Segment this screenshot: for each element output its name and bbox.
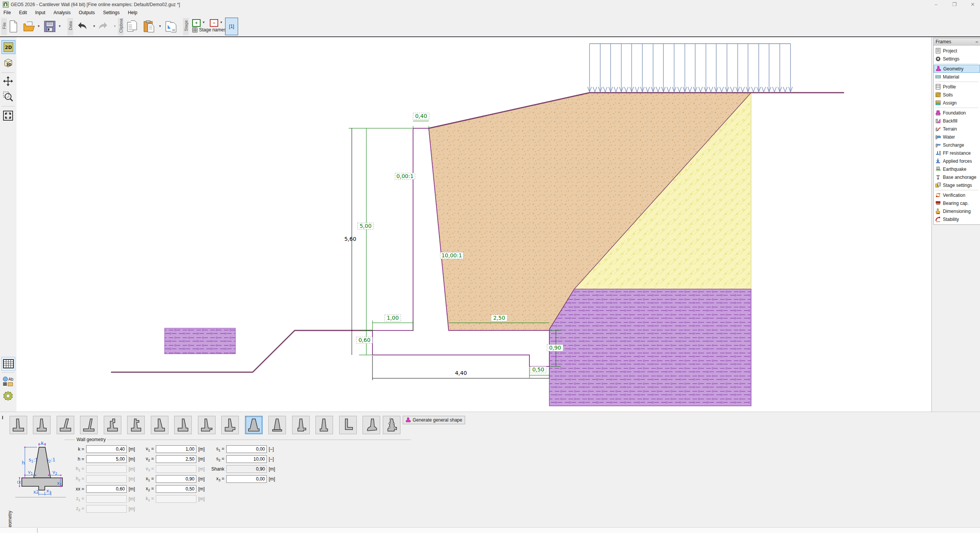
drawing-settings-button[interactable]: Ab [2, 375, 15, 388]
wall-shape-7[interactable] [151, 416, 168, 434]
frames-item-backfill[interactable]: Backfill [934, 117, 980, 125]
menu-analysis[interactable]: Analysis [50, 9, 74, 16]
wall-shape-13[interactable] [292, 416, 310, 434]
svg-text:5,00: 5,00 [359, 223, 371, 229]
menu-help[interactable]: Help [124, 9, 141, 16]
menu-input[interactable]: Input [32, 9, 49, 16]
frames-item-profile[interactable]: Profile [934, 83, 980, 91]
pan-button[interactable] [2, 75, 15, 88]
restore-button[interactable]: ❐ [948, 2, 961, 8]
redo-dropdown-caret[interactable]: ▼ [113, 25, 116, 28]
frames-item-project[interactable]: Project [934, 47, 980, 55]
wall-shape-8[interactable] [174, 416, 192, 434]
wall-shape-5[interactable] [104, 416, 121, 434]
frames-item-material[interactable]: Material [934, 73, 980, 81]
save-dropdown-caret[interactable]: ▼ [58, 25, 61, 28]
wall-shape-12[interactable] [268, 416, 286, 434]
add-stage-caret[interactable]: ▼ [202, 21, 205, 24]
wall-shape-14[interactable] [315, 416, 333, 434]
new-file-button[interactable] [7, 18, 20, 34]
frames-item-verification[interactable]: Verification [934, 191, 980, 199]
save-button[interactable] [43, 18, 57, 34]
wall-shape-15[interactable] [339, 416, 357, 434]
view-3d-button[interactable]: 3D [2, 56, 15, 69]
redo-button[interactable] [96, 18, 110, 34]
field-h1 [86, 465, 127, 473]
menu-edit[interactable]: Edit [16, 9, 31, 16]
stage-indicator[interactable]: [1] [225, 18, 238, 35]
wall-shape-4[interactable] [80, 416, 98, 434]
frames-item-settings[interactable]: Settings [934, 55, 980, 63]
paste-button[interactable] [142, 18, 157, 34]
field-s1[interactable] [226, 445, 267, 453]
frames-item-stage-settings[interactable]: 12Stage settings [934, 181, 980, 189]
frames-item-assign[interactable]: Assign [934, 99, 980, 107]
menu-settings[interactable]: Settings [100, 9, 123, 16]
svg-text:0,90: 0,90 [549, 345, 561, 351]
frames-item-earthquake[interactable]: Earthquake [934, 165, 980, 173]
field-v1[interactable] [156, 445, 196, 453]
frames-item-ff-resistance[interactable]: FF resistance [934, 149, 980, 157]
zoom-magnifier-icon [3, 91, 13, 102]
frames-item-bearing-cap[interactable]: Bearing cap. [934, 199, 980, 207]
new-file-icon [8, 20, 18, 33]
remove-stage-button[interactable]: − [210, 19, 218, 27]
open-dropdown-caret[interactable]: ▼ [37, 25, 40, 28]
close-button[interactable]: ✕ [966, 2, 979, 8]
fit-view-button[interactable] [2, 109, 15, 122]
title-bar: GEO5 2026 - Cantilever Wall (64 bit) [Fi… [0, 0, 980, 9]
options-button[interactable] [2, 389, 15, 402]
field-k[interactable] [86, 445, 127, 453]
surcharge-load[interactable] [588, 44, 792, 92]
zoom-button[interactable] [2, 90, 15, 103]
wall-shape-6[interactable] [127, 416, 145, 434]
frames-item-surcharge[interactable]: Surcharge [934, 141, 980, 149]
field-x3[interactable] [226, 475, 267, 483]
frames-item-foundation[interactable]: Foundation [934, 109, 980, 117]
frames-item-dimensioning[interactable]: Dimensioning [934, 207, 980, 215]
copy-picture-button[interactable] [164, 18, 178, 34]
paste-dropdown-caret[interactable]: ▼ [158, 25, 162, 28]
add-stage-button[interactable]: + [192, 19, 201, 27]
menu-outputs[interactable]: Outputs [75, 9, 98, 16]
app-logo-icon [3, 2, 9, 8]
wall-shape-11-selected[interactable] [245, 416, 263, 434]
frames-item-applied-forces[interactable]: Applied forces [934, 157, 980, 165]
field-s2[interactable] [226, 455, 267, 463]
field-h[interactable] [86, 455, 127, 463]
frames-minimize-button[interactable]: – [975, 39, 978, 44]
generate-general-shape-button[interactable]: Generate general shape [403, 416, 465, 424]
wall-shape-3[interactable] [57, 416, 74, 434]
field-x2[interactable] [156, 485, 196, 493]
earthquake-icon [935, 166, 941, 172]
minimize-button[interactable]: – [929, 2, 942, 8]
frames-item-geometry[interactable]: Geometry [934, 65, 980, 73]
dim-footing-thickness: 0,60 [356, 337, 372, 343]
open-file-button[interactable] [22, 18, 36, 34]
frames-item-terrain[interactable]: Terrain [934, 125, 980, 133]
wall-shape-17-general[interactable] [383, 416, 400, 434]
frames-item-water[interactable]: Water [934, 133, 980, 141]
project-icon [935, 48, 941, 54]
wall-shape-2[interactable] [33, 416, 51, 434]
undo-button[interactable] [75, 18, 89, 34]
view-2d-button[interactable]: 2D [2, 40, 15, 54]
wall-shape-1[interactable] [10, 416, 27, 434]
frames-item-base-anchorage[interactable]: Base anchorage [934, 173, 980, 181]
table-view-button[interactable] [2, 357, 15, 371]
wall-shape-16[interactable] [363, 416, 380, 434]
field-xx[interactable] [86, 485, 127, 493]
frames-item-stability[interactable]: Stability [934, 215, 980, 223]
wall-shape-10[interactable] [221, 416, 239, 434]
wall-shape-9[interactable] [198, 416, 216, 434]
drawing-canvas[interactable]: 0,40 5,00 5,60 0,00:1 10,00:1 1,00 2,50 … [16, 37, 931, 412]
toolbar-separator [2, 106, 15, 106]
remove-stage-caret[interactable]: ▼ [220, 21, 223, 24]
menu-file[interactable]: File [0, 9, 14, 16]
stage-names-button[interactable]: Stage names [192, 27, 226, 33]
field-x1[interactable] [156, 475, 196, 483]
undo-dropdown-caret[interactable]: ▼ [93, 25, 96, 28]
copy-button[interactable] [126, 18, 140, 34]
frames-item-soils[interactable]: Soils [934, 91, 980, 99]
field-v2[interactable] [156, 455, 196, 463]
